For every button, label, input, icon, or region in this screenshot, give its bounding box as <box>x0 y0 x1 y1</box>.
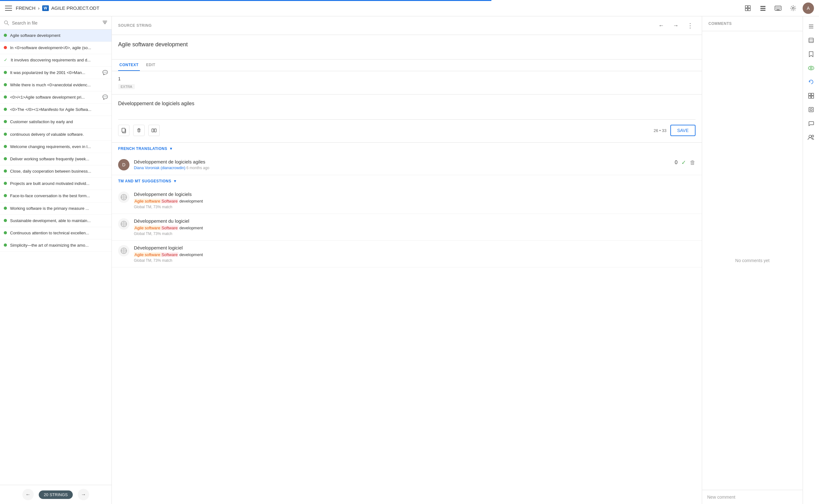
status-dot <box>4 169 7 173</box>
comment-icon: 💬 <box>102 95 108 100</box>
status-dot <box>4 194 7 197</box>
list-item[interactable]: While there is much <0>anecdotal evidenc… <box>0 79 112 91</box>
list-item[interactable]: Sustainable development, able to maintai… <box>0 215 112 227</box>
svg-rect-48 <box>809 93 811 95</box>
prev-string-button[interactable]: ← <box>22 489 34 500</box>
tab-context[interactable]: CONTEXT <box>118 60 140 71</box>
sidebar-icon-comment[interactable] <box>805 117 817 130</box>
tm-text: Développement logiciel <box>134 245 696 250</box>
svg-rect-0 <box>745 6 747 8</box>
tm-suggestions-label: TM AND MT SUGGESTIONS <box>118 179 171 183</box>
sidebar-icon-eye[interactable] <box>805 62 817 74</box>
item-text: It was popularized by the 2001 <0>Man... <box>10 70 99 76</box>
new-comment-input[interactable]: New comment <box>702 490 803 504</box>
item-text: While there is much <0>anecdotal evidenc… <box>10 82 108 88</box>
status-dot <box>4 71 7 74</box>
item-text: Welcome changing requirements, even in l… <box>10 144 108 150</box>
item-text: Sustainable development, able to maintai… <box>10 218 108 224</box>
status-dot <box>4 207 7 210</box>
tm-suggestion: Développement du logiciel Agile software… <box>112 214 702 241</box>
list-item[interactable]: Welcome changing requirements, even in l… <box>0 141 112 153</box>
source-string-label: SOURCE STRING <box>118 23 652 28</box>
project-name[interactable]: FRENCH <box>16 5 36 11</box>
more-options-button[interactable]: ⋮ <box>685 20 696 31</box>
comment-icon: 💬 <box>102 70 108 75</box>
search-bar <box>0 16 112 30</box>
item-text: Simplicity—the art of maximizing the amo… <box>10 243 108 248</box>
tm-source: Agile softwareSoftware development <box>134 199 696 203</box>
save-button[interactable]: SAVE <box>670 125 696 136</box>
sidebar-icon-details[interactable] <box>805 34 817 47</box>
list-item[interactable]: Face-to-face conversation is the best fo… <box>0 190 112 202</box>
list-item[interactable]: Customer satisfaction by early and <box>0 116 112 128</box>
search-input[interactable] <box>12 20 100 26</box>
list-item[interactable]: Working software is the primary measure … <box>0 203 112 215</box>
list-item[interactable]: continuous delivery of valuable software… <box>0 129 112 141</box>
sidebar-icon-grid[interactable] <box>805 89 817 102</box>
next-string-button[interactable]: → <box>78 489 89 500</box>
list-item[interactable]: Projects are built around motivated indi… <box>0 178 112 190</box>
status-dot <box>4 219 7 222</box>
filter-icon[interactable] <box>102 20 108 26</box>
list-item[interactable]: Agile software development <box>0 30 112 42</box>
highlight-software: Software <box>161 226 178 230</box>
tm-content: Développement logiciel Agile softwareSof… <box>134 245 696 263</box>
approve-button[interactable]: ✓ <box>681 159 686 166</box>
highlight-software: Software <box>161 199 178 203</box>
item-text: <0>/<1>Agile software development pri... <box>10 95 99 100</box>
tm-text: Développement du logiciel <box>134 218 696 224</box>
list-item[interactable]: <0>The </0><1>Manifesto for Agile Softwa… <box>0 104 112 116</box>
comments-header: COMMENTS <box>702 16 803 31</box>
prev-source-button[interactable]: ← <box>656 20 667 31</box>
svg-rect-50 <box>809 96 811 98</box>
clear-button[interactable] <box>133 125 145 136</box>
string-list: Agile software development In <0>softwar… <box>0 30 112 485</box>
file-name: AGILE PROJECT.ODT <box>51 5 100 11</box>
layout1-icon[interactable] <box>742 3 753 14</box>
item-text: In <0>software development</0>, agile (s… <box>10 45 108 51</box>
translation-text[interactable]: Développement de logiciels agiles <box>118 101 696 120</box>
sidebar-icon-bookmark[interactable] <box>805 48 817 60</box>
sidebar-icon-users[interactable] <box>805 131 817 144</box>
french-translations-header[interactable]: FRENCH TRANSLATIONS ▼ <box>112 143 702 155</box>
layout2-icon[interactable] <box>757 3 769 14</box>
suggestion-content: Développement de logiciels agiles Diana … <box>134 159 670 170</box>
keyboard-icon[interactable] <box>772 3 784 14</box>
status-dot <box>4 95 7 99</box>
copy-source-button[interactable] <box>118 125 129 136</box>
sidebar-icon-list[interactable] <box>805 20 817 33</box>
highlight-agile: Agile software <box>134 226 161 230</box>
vote-count: 0 <box>675 160 678 165</box>
list-item[interactable]: ✓ It involves discovering requirements a… <box>0 54 112 66</box>
source-header: SOURCE STRING ← → ⋮ <box>112 16 702 35</box>
list-item[interactable]: <0>/<1>Agile software development pri...… <box>0 91 112 104</box>
svg-rect-1 <box>748 6 750 8</box>
list-item[interactable]: It was popularized by the 2001 <0>Man...… <box>0 67 112 79</box>
svg-point-18 <box>4 21 8 24</box>
avatar[interactable]: A <box>803 3 814 14</box>
sidebar-icon-box[interactable] <box>805 103 817 116</box>
translation-actions: 26 • 33 SAVE <box>118 125 696 136</box>
status-dot <box>4 108 7 111</box>
tm-match: Global TM, 73% match <box>134 205 696 209</box>
menu-button[interactable] <box>5 6 12 11</box>
delete-suggestion-button[interactable]: 🗑 <box>690 159 696 166</box>
svg-rect-10 <box>778 7 779 8</box>
tab-edit[interactable]: EDIT <box>145 60 157 71</box>
status-dot <box>4 46 7 49</box>
status-check: ✓ <box>4 57 8 62</box>
split-button[interactable] <box>148 125 160 136</box>
settings-icon[interactable] <box>787 3 799 14</box>
next-source-button[interactable]: → <box>670 20 681 31</box>
svg-rect-6 <box>760 10 765 11</box>
list-item[interactable]: In <0>software development</0>, agile (s… <box>0 42 112 54</box>
list-item[interactable]: Close, daily cooperation between busines… <box>0 165 112 178</box>
french-translations-label: FRENCH TRANSLATIONS <box>118 146 167 151</box>
list-item[interactable]: Simplicity—the art of maximizing the amo… <box>0 239 112 252</box>
tm-suggestions-header[interactable]: TM AND MT SUGGESTIONS ▼ <box>112 175 702 187</box>
item-text: continuous delivery of valuable software… <box>10 132 108 137</box>
list-item[interactable]: Continuous attention to technical excell… <box>0 227 112 239</box>
svg-rect-5 <box>760 8 765 9</box>
list-item[interactable]: Deliver working software frequently (wee… <box>0 153 112 165</box>
sidebar-icon-refresh[interactable] <box>805 76 817 88</box>
